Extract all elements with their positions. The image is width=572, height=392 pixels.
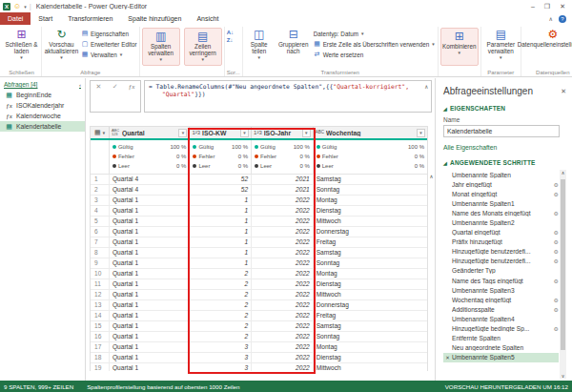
- maximize-button[interactable]: ❐: [544, 2, 550, 11]
- step-settings-gear-icon[interactable]: ⚙: [551, 248, 559, 255]
- applied-step[interactable]: Umbenannte Spalten4: [443, 314, 559, 323]
- collapse-pane-icon[interactable]: ‹: [79, 82, 81, 88]
- filter-dropdown-icon[interactable]: ▼: [417, 129, 425, 137]
- table-row[interactable]: 15 Quartal 1 2 2022 Samstag: [91, 321, 427, 332]
- table-row[interactable]: 17 Quartal 1 3 2022 Montag: [91, 342, 427, 353]
- commit-formula-icon[interactable]: ✓: [112, 83, 118, 91]
- applied-step[interactable]: Entfernte Spalten: [443, 334, 559, 343]
- table-row[interactable]: 8 Quartal 1 1 2022 Samstag: [91, 248, 427, 258]
- help-icon[interactable]: ?: [559, 15, 566, 23]
- refresh-preview-button[interactable]: ↻ Vorschau aktualisieren▼: [44, 27, 79, 61]
- close-and-load-button[interactable]: ⊞ Schließen & laden▼: [4, 27, 39, 61]
- datatype-number-icon[interactable]: 1²3: [192, 131, 200, 134]
- table-row[interactable]: 5 Quartal 1 1 2022 Mittwoch: [91, 217, 427, 227]
- formula-bar-input[interactable]: = Table.RenameColumns(#"Neu angeordnete …: [144, 80, 432, 113]
- status-profiling-info[interactable]: Spaltenprofilerstellung basierend auf ob…: [87, 383, 239, 390]
- menu-tab[interactable]: Datei: [0, 12, 31, 25]
- manage-button[interactable]: ▦ Verwalten▼: [81, 50, 137, 59]
- table-row[interactable]: 18 Quartal 1 3 2022 Dienstag: [91, 353, 427, 363]
- applied-step[interactable]: Name des Tags eingefügt ⚙: [443, 276, 559, 285]
- applied-step[interactable]: Monat eingefügt ⚙: [443, 189, 559, 198]
- split-column-button[interactable]: ◫ Spalte teilen▼: [245, 27, 274, 61]
- cancel-formula-icon[interactable]: ✕: [96, 83, 102, 91]
- column-header-iso-jahr[interactable]: 1²3 ISO-Jahr ▼: [252, 127, 314, 138]
- applied-step[interactable]: Additionsspalte ⚙: [443, 304, 559, 314]
- step-settings-gear-icon[interactable]: ⚙: [551, 238, 559, 245]
- applied-step[interactable]: Hinzugefügte bedingte Sp... ⚙: [443, 324, 559, 334]
- delete-step-icon[interactable]: ✕: [443, 355, 452, 361]
- table-row[interactable]: 1 Quartal 4 52 2021 Samstag: [91, 175, 427, 185]
- table-row[interactable]: 14 Quartal 1 2 2022 Freitag: [91, 311, 427, 321]
- collapse-ribbon-icon[interactable]: ∧: [549, 15, 553, 22]
- scroll-down-icon[interactable]: ∨: [562, 373, 565, 379]
- datatype-button[interactable]: Datentyp: Datum▼: [314, 29, 436, 38]
- first-row-headers-button[interactable]: ▦ Erste Zeile als Überschriften verwende…: [314, 39, 436, 49]
- table-row[interactable]: 6 Quartal 1 1 2022 Donnerstag: [91, 227, 427, 237]
- table-row[interactable]: 13 Quartal 1 2 2022 Donnerstag: [91, 300, 427, 311]
- step-settings-gear-icon[interactable]: ⚙: [551, 306, 559, 313]
- filter-dropdown-icon[interactable]: ▼: [302, 129, 311, 137]
- feedback-smiley-icon[interactable]: ☺: [13, 3, 21, 10]
- reduce-rows-button[interactable]: ▤ Zeilen verringern▼: [184, 28, 222, 66]
- scroll-up-icon[interactable]: ∧: [429, 174, 433, 179]
- manage-parameters-button[interactable]: ▤ Parameter verwalten▼: [483, 27, 519, 61]
- replace-values-button[interactable]: ⇄ Werte ersetzen: [314, 50, 436, 59]
- table-row[interactable]: 2 Quartal 4 52 2021 Sonntag: [91, 185, 427, 196]
- filter-dropdown-icon[interactable]: ▼: [240, 129, 249, 137]
- applied-step[interactable]: Hinzugefügte benutzerdefi... ⚙: [443, 247, 559, 257]
- sort-descending-button[interactable]: Z↓: [227, 37, 234, 43]
- table-row[interactable]: 4 Quartal 1 1 2022 Dienstag: [91, 206, 427, 217]
- close-panel-icon[interactable]: ✕: [561, 88, 566, 95]
- properties-button[interactable]: ▤ Eigenschaften: [81, 29, 137, 38]
- column-header-quartal[interactable]: ABC123 Quartal ▼: [110, 127, 191, 138]
- properties-section-header[interactable]: ◢ EIGENSCHAFTEN: [443, 105, 566, 112]
- applied-step[interactable]: Umbenannte Spalten1: [443, 198, 559, 208]
- filter-dropdown-icon[interactable]: ▼: [178, 129, 187, 137]
- datatype-any-icon[interactable]: ABC123: [112, 129, 120, 136]
- step-settings-gear-icon[interactable]: ⚙: [551, 297, 559, 303]
- fx-icon[interactable]: ƒx: [129, 83, 135, 91]
- table-row[interactable]: 9 Quartal 1 1 2022 Sonntag: [91, 258, 427, 269]
- table-corner-button[interactable]: ▦▾: [91, 127, 110, 138]
- steps-scroll-thumb[interactable]: [561, 179, 565, 350]
- query-name-input[interactable]: [443, 125, 560, 137]
- menu-tab[interactable]: Transformieren: [60, 12, 120, 25]
- scroll-up-icon[interactable]: ∧: [562, 170, 565, 175]
- table-row[interactable]: 11 Quartal 1 2 2022 Dienstag: [91, 279, 427, 290]
- quick-access-caret-icon[interactable]: ▾: [24, 4, 27, 10]
- menu-tab[interactable]: Start: [31, 12, 60, 25]
- advanced-editor-button[interactable]: ▢ Erweiterter Editor: [81, 39, 137, 49]
- applied-step[interactable]: Neu angeordnete Spalten: [443, 343, 559, 353]
- step-settings-gear-icon[interactable]: ⚙: [551, 191, 559, 197]
- datasource-settings-button[interactable]: ⚙ Datenquelleneinstellungen: [523, 27, 572, 48]
- applied-steps-section-header[interactable]: ◢ ANGEWENDETE SCHRITTE: [443, 159, 566, 166]
- table-row[interactable]: 3 Quartal 1 1 2022 Montag: [91, 196, 427, 206]
- table-row[interactable]: 12 Quartal 1 2 2022 Mittwoch: [91, 290, 427, 300]
- applied-step[interactable]: Jahr eingefügt ⚙: [443, 179, 559, 189]
- steps-scrollbar[interactable]: ∧ ∨: [560, 170, 566, 379]
- applied-step[interactable]: Präfix hinzugefügt ⚙: [443, 237, 559, 247]
- manage-columns-button[interactable]: ▥ Spalten verwalten▼: [142, 28, 180, 66]
- formula-expand-icon[interactable]: ∧: [424, 83, 428, 91]
- combine-button[interactable]: ⊞ Kombinieren▼: [440, 28, 479, 66]
- column-header-wochentag[interactable]: ABC Wochentag ▼: [314, 127, 427, 138]
- applied-step[interactable]: Quartal eingefügt ⚙: [443, 228, 559, 237]
- table-row[interactable]: 10 Quartal 1 2 2022 Montag: [91, 269, 427, 279]
- datatype-number-icon[interactable]: 1²3: [254, 131, 262, 134]
- minimize-button[interactable]: –: [531, 2, 535, 11]
- vertical-scrollbar[interactable]: ∧ ∨: [428, 174, 435, 392]
- query-list-item[interactable]: ▦ Kalendertabelle: [0, 121, 85, 132]
- menu-tab[interactable]: Spalte hinzufügen: [120, 12, 189, 25]
- query-list-item[interactable]: ƒx ISOKalenderjahr: [0, 100, 85, 111]
- column-header-iso-kw[interactable]: 1²3 ISO-KW ▼: [190, 127, 252, 138]
- applied-step[interactable]: Hinzugefügte benutzerdefi... ⚙: [443, 257, 559, 266]
- table-row[interactable]: 19 Quartal 1 3 2022 Mittwoch: [91, 363, 427, 371]
- all-properties-link[interactable]: Alle Eigenschaften: [443, 144, 566, 151]
- close-button[interactable]: ✕: [560, 2, 565, 11]
- applied-step[interactable]: ✕ Umbenannte Spalten5: [443, 353, 559, 362]
- query-list-item[interactable]: ƒx Kalenderwoche: [0, 111, 85, 121]
- applied-step[interactable]: Geänderter Typ: [443, 266, 559, 276]
- group-by-button[interactable]: ⊟ Gruppieren nach: [276, 27, 312, 54]
- step-settings-gear-icon[interactable]: ⚙: [551, 325, 559, 332]
- applied-step[interactable]: Wochentag eingefügt ⚙: [443, 295, 559, 304]
